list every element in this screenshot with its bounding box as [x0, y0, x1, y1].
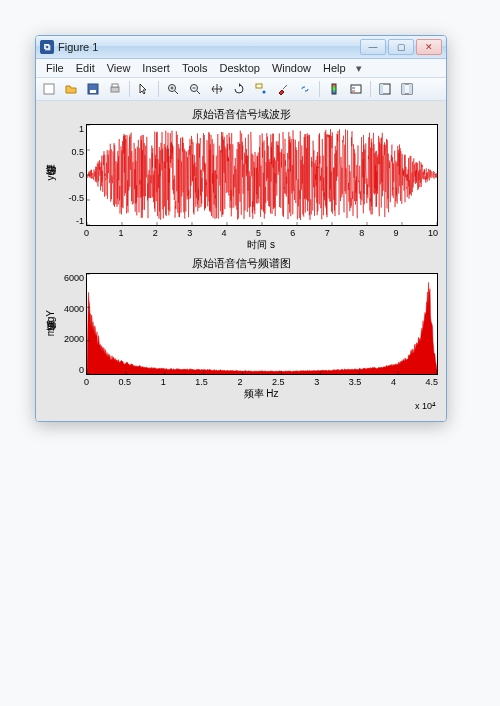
toolbar-separator — [319, 81, 320, 97]
axes2-xscale: x 10⁴ — [84, 401, 438, 411]
zoom-in-icon[interactable] — [163, 79, 183, 99]
save-icon[interactable] — [83, 79, 103, 99]
menu-window[interactable]: Window — [266, 62, 317, 74]
brush-icon[interactable] — [273, 79, 293, 99]
axes2-plot[interactable] — [86, 273, 438, 375]
svg-point-13 — [263, 91, 266, 94]
axes2-ylabel: 幅值 magY — [44, 310, 58, 339]
axes1-xticks: 012345678910 — [84, 226, 438, 238]
menu-insert[interactable]: Insert — [136, 62, 176, 74]
zoom-out-icon[interactable] — [185, 79, 205, 99]
figure-window: ⧉ Figure 1 — ▢ ✕ File Edit View Insert T… — [35, 35, 447, 422]
axes1-yticks: 10.50-0.5-1 — [58, 124, 86, 226]
show-plot-tools-icon[interactable] — [397, 79, 417, 99]
axes1-title: 原始语音信号域波形 — [44, 107, 438, 122]
link-icon[interactable] — [295, 79, 315, 99]
svg-rect-23 — [409, 84, 412, 94]
menu-view[interactable]: View — [101, 62, 137, 74]
axes2-xlabel: 频率 Hz — [84, 387, 438, 401]
titlebar[interactable]: ⧉ Figure 1 — ▢ ✕ — [36, 36, 446, 59]
menu-tools[interactable]: Tools — [176, 62, 214, 74]
toolbar-separator — [129, 81, 130, 97]
matlab-figure-icon: ⧉ — [40, 40, 54, 54]
menu-desktop[interactable]: Desktop — [214, 62, 266, 74]
data-cursor-icon[interactable] — [251, 79, 271, 99]
toolbar — [36, 78, 446, 101]
svg-rect-15 — [332, 84, 336, 94]
menu-dropdown-icon[interactable]: ▾ — [356, 62, 362, 75]
insert-colorbar-icon[interactable] — [324, 79, 344, 99]
axes2-yticks: 6000400020000 — [58, 273, 86, 375]
axes1-plot[interactable] — [86, 124, 438, 226]
axes-spectrum[interactable]: 原始语音信号频谱图 幅值 magY 6000400020000 00.511.5… — [44, 256, 438, 411]
toolbar-separator — [370, 81, 371, 97]
new-figure-icon[interactable] — [39, 79, 59, 99]
svg-rect-12 — [256, 84, 262, 88]
axes2-title: 原始语音信号频谱图 — [44, 256, 438, 271]
pointer-icon[interactable] — [134, 79, 154, 99]
svg-rect-2 — [90, 90, 96, 93]
window-controls: — ▢ ✕ — [360, 39, 442, 55]
svg-rect-3 — [111, 87, 119, 92]
insert-legend-icon[interactable] — [346, 79, 366, 99]
print-icon[interactable] — [105, 79, 125, 99]
menubar: File Edit View Insert Tools Desktop Wind… — [36, 59, 446, 78]
menu-edit[interactable]: Edit — [70, 62, 101, 74]
rotate-icon[interactable] — [229, 79, 249, 99]
axes2-xticks: 00.511.522.533.544.5 — [84, 375, 438, 387]
menu-help[interactable]: Help — [317, 62, 352, 74]
maximize-button[interactable]: ▢ — [388, 39, 414, 55]
window-title: Figure 1 — [58, 41, 356, 53]
svg-line-10 — [197, 91, 200, 94]
toolbar-separator — [158, 81, 159, 97]
minimize-button[interactable]: — — [360, 39, 386, 55]
pan-icon[interactable] — [207, 79, 227, 99]
axes1-xlabel: 时间 s — [84, 238, 438, 252]
figure-canvas: 原始语音信号域波形 幅值 y(t) 10.50-0.5-1 0123456789… — [36, 101, 446, 421]
svg-rect-16 — [351, 85, 361, 93]
close-button[interactable]: ✕ — [416, 39, 442, 55]
svg-rect-0 — [44, 84, 54, 94]
svg-line-6 — [175, 91, 178, 94]
axes-waveform[interactable]: 原始语音信号域波形 幅值 y(t) 10.50-0.5-1 0123456789… — [44, 107, 438, 252]
svg-line-14 — [283, 85, 287, 89]
open-icon[interactable] — [61, 79, 81, 99]
axes1-ylabel: 幅值 y(t) — [44, 166, 58, 183]
menu-file[interactable]: File — [40, 62, 70, 74]
svg-rect-20 — [380, 84, 383, 94]
hide-plot-tools-icon[interactable] — [375, 79, 395, 99]
svg-rect-4 — [112, 84, 118, 87]
svg-rect-22 — [402, 84, 405, 94]
